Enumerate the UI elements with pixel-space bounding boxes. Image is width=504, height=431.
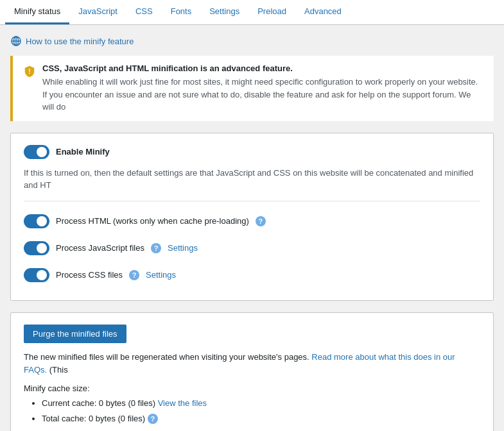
tab-fonts[interactable]: Fonts	[162, 0, 201, 24]
tab-javascript[interactable]: JavaScript	[69, 0, 126, 24]
process-js-label: Process JavaScript files	[56, 243, 144, 253]
warning-box: ! CSS, JavaScript and HTML minification …	[10, 56, 494, 121]
tab-advanced[interactable]: Advanced	[295, 0, 351, 24]
process-css-settings-link[interactable]: Settings	[146, 270, 176, 280]
cache-total-item: Total cache: 0 bytes (0 files) ?	[42, 412, 480, 425]
process-html-toggle[interactable]	[24, 214, 49, 228]
process-css-label: Process CSS files	[56, 270, 123, 280]
main-content: How to use the minify feature ! CSS, Jav…	[0, 25, 504, 431]
purge-card: Purge the minified files The new minifie…	[10, 312, 494, 432]
enable-minify-label: Enable Minify	[56, 147, 110, 156]
warning-body: While enabling it will work just fine fo…	[42, 76, 483, 114]
purge-description-start: The new minified files will be regenerat…	[24, 352, 309, 362]
sub-toggles: Process HTML (works only when cache pre-…	[24, 212, 480, 289]
globe-icon	[10, 35, 22, 47]
process-html-label: Process HTML (works only when cache pre-…	[56, 216, 249, 226]
warning-text: CSS, JavaScript and HTML minification is…	[42, 63, 483, 114]
tab-css[interactable]: CSS	[126, 0, 162, 24]
enable-minify-toggle[interactable]	[24, 145, 49, 159]
cache-list: Current cache: 0 bytes (0 files) View th…	[24, 397, 480, 425]
process-css-row: Process CSS files ? Settings	[24, 268, 480, 282]
settings-card-main: Enable Minify If this is turned on, then…	[10, 133, 494, 301]
cache-current-item: Current cache: 0 bytes (0 files) View th…	[42, 397, 480, 410]
cache-total-text: Total cache: 0 bytes (0 files)	[42, 414, 145, 423]
process-js-toggle[interactable]	[24, 241, 49, 255]
process-html-help-icon[interactable]: ?	[256, 216, 266, 226]
purge-description-end: (This	[49, 365, 68, 375]
enable-minify-row: Enable Minify	[24, 145, 480, 159]
view-files-link[interactable]: View the files	[158, 398, 207, 408]
svg-text:!: !	[28, 68, 30, 75]
process-js-help-icon[interactable]: ?	[151, 243, 161, 253]
cache-current-text: Current cache: 0 bytes (0 files)	[42, 398, 155, 408]
info-link[interactable]: How to use the minify feature	[10, 35, 494, 47]
warning-icon: !	[23, 65, 36, 80]
purge-button[interactable]: Purge the minified files	[24, 325, 126, 343]
process-js-settings-link[interactable]: Settings	[168, 243, 198, 253]
tabs-bar: Minify status JavaScript CSS Fonts Setti…	[0, 0, 504, 25]
cache-total-help-icon[interactable]: ?	[148, 414, 158, 424]
process-js-row: Process JavaScript files ? Settings	[24, 241, 480, 255]
enable-description: If this is turned on, then the default s…	[24, 167, 480, 201]
process-html-row: Process HTML (works only when cache pre-…	[24, 214, 480, 228]
process-css-help-icon[interactable]: ?	[129, 270, 139, 280]
purge-description: The new minified files will be regenerat…	[24, 351, 480, 378]
tab-preload[interactable]: Preload	[248, 0, 295, 24]
cache-info-label: Minify cache size:	[24, 384, 480, 393]
process-css-toggle[interactable]	[24, 268, 49, 282]
tab-settings[interactable]: Settings	[200, 0, 248, 24]
tab-minify-status[interactable]: Minify status	[5, 0, 69, 24]
warning-title: CSS, JavaScript and HTML minification is…	[42, 63, 483, 73]
info-link-text: How to use the minify feature	[26, 37, 134, 46]
